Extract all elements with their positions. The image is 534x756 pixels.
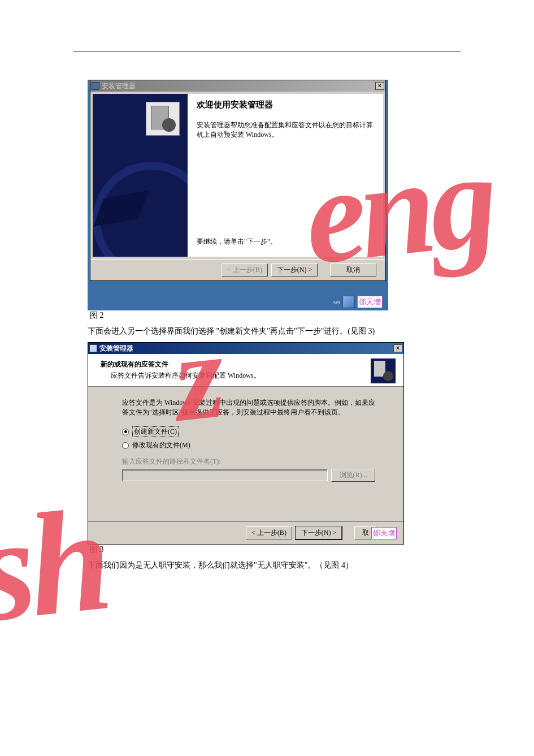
close-icon[interactable]: ×	[393, 344, 402, 352]
app-icon	[92, 82, 99, 90]
tray-app-icon	[342, 296, 355, 308]
next-button[interactable]: 下一步(N) >	[296, 526, 342, 539]
watermark-name-tag: 邵天增	[371, 527, 397, 539]
back-button[interactable]: < 上一步(B)	[246, 526, 292, 539]
radio-icon	[122, 429, 129, 435]
wizard-dialog-2: 安装管理器 × 新的或现有的应答文件 应答文件告诉安装程序如何安装和配置 Win…	[88, 342, 404, 545]
horizontal-rule	[73, 51, 461, 51]
desktop-background: set 邵天增	[88, 281, 388, 310]
wizard-button-row: < 上一步(B) 下一步(N) > 取消	[90, 259, 385, 280]
wizard-continue-hint: 要继续，请单击"下一步"。	[197, 237, 277, 247]
tray-text: set	[333, 299, 340, 305]
title-bar: 安装管理器 ×	[90, 80, 385, 92]
instruction-paragraph-1: 下面会进入另一个选择界面我们选择 "创建新文件夹"再点击"下一步"进行。(见图 …	[88, 325, 404, 338]
title-bar-text: 安装管理器	[99, 344, 133, 353]
back-button: < 上一步(B)	[222, 263, 268, 277]
page-subtitle: 应答文件告诉安装程序如何安装和配置 Windows。	[111, 371, 396, 381]
radio-label: 修改现有的文件(M)	[132, 440, 190, 450]
path-section: 输入应答文件的路径和文件名(T): 浏览(R)...	[122, 457, 375, 482]
radio-icon	[122, 442, 129, 449]
title-bar-text: 安装管理器	[102, 81, 136, 91]
radio-create-new[interactable]: 创建新文件(C)	[122, 426, 375, 437]
page-description: 应答文件是为 Windows 安装过程中出现的问题或选项提供应答的脚本。例如，如…	[122, 398, 375, 417]
browse-button: 浏览(R)...	[331, 469, 375, 482]
wizard-description: 安装管理器帮助您准备配置集和应答文件以在您的目标计算机上自动预安装 Window…	[197, 120, 374, 140]
title-bar: 安装管理器 ×	[88, 343, 403, 354]
system-tray: set 邵天增	[333, 296, 383, 308]
watermark-name-tag: 邵天增	[357, 296, 383, 308]
wizard-heading: 欢迎使用安装管理器	[197, 100, 374, 110]
instruction-paragraph-2: 下面我们因为是无人职守安装，那么我们就选择"无人职守安装"。（见图 4）	[88, 559, 404, 572]
path-field-label: 输入应答文件的路径和文件名(T):	[122, 457, 375, 466]
radio-modify-existing[interactable]: 修改现有的文件(M)	[122, 440, 375, 450]
package-icon	[371, 358, 396, 383]
figure-caption-2: 图 2	[90, 310, 104, 321]
wizard-sidebar-image	[93, 94, 188, 257]
figure-caption-3: 图 3	[90, 545, 104, 555]
app-icon	[89, 344, 97, 352]
wizard-button-row: < 上一步(B) 下一步(N) > 取 邵天增	[88, 521, 403, 544]
page-title: 新的或现有的应答文件	[101, 360, 396, 369]
screenshot-figure-2: 安装管理器 × 欢迎使用安装管理器 安装管理器帮助您准备配置集和应答文件以在您的…	[88, 80, 388, 310]
close-icon[interactable]: ×	[375, 82, 384, 90]
wizard-dialog-1: 安装管理器 × 欢迎使用安装管理器 安装管理器帮助您准备配置集和应答文件以在您的…	[90, 80, 386, 281]
radio-label: 创建新文件(C)	[132, 426, 179, 437]
wizard-page-header: 新的或现有的应答文件 应答文件告诉安装程序如何安装和配置 Windows。	[88, 354, 403, 387]
cancel-button[interactable]: 取消	[330, 263, 376, 277]
next-button[interactable]: 下一步(N) >	[271, 263, 318, 277]
path-input	[122, 469, 328, 481]
package-icon	[146, 102, 180, 136]
